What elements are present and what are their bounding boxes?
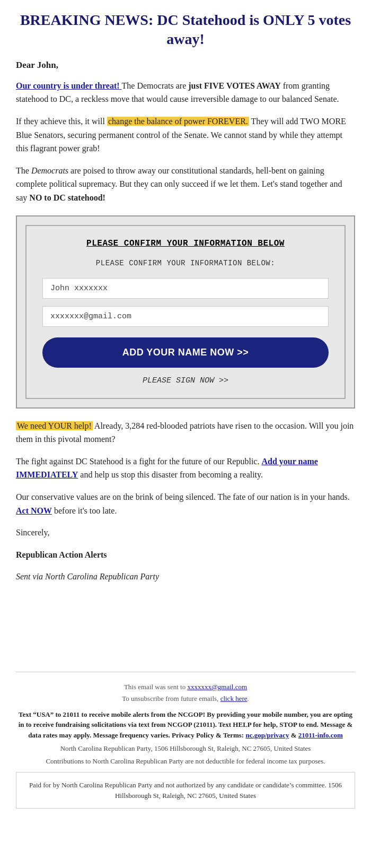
our-country-link[interactable]: Our country is under threat! [16,81,122,90]
footer-address: North Carolina Republican Party, 1506 Hi… [16,744,355,753]
form-header: PLEASE CONFIRM YOUR INFORMATION BELOW [42,239,329,248]
paragraph-1: Our country is under threat! The Democra… [16,79,355,106]
footer-contributions: Contributions to North Carolina Republic… [16,757,355,766]
footer-email-link[interactable]: xxxxxxx@gmail.com [187,683,247,691]
add-name-button[interactable]: ADD YOUR NAME NOW >> [42,337,329,368]
para4-highlight: We need YOUR help! [16,421,93,430]
form-outer-box: PLEASE CONFIRM YOUR INFORMATION BELOW PL… [16,215,355,409]
para6-before: Our conservative values are on the brink… [16,492,350,501]
para3-before-italic: The [16,166,31,175]
email-input[interactable] [42,306,329,327]
privacy-link[interactable]: nc.gop/privacy [245,731,289,739]
sent-via: Sent via North Carolina Republican Party [16,570,355,584]
act-now-link[interactable]: Act NOW [16,506,52,515]
terms-link[interactable]: 21011-info.com [298,731,343,739]
para5-before: The fight against DC Statehood is a figh… [16,457,261,466]
headline-rest: DC Statehood is ONLY 5 votes away! [157,12,351,47]
footer-email-sent: This email was sent to xxxxxxx@gmail.com [16,683,355,691]
paragraph-2: If they achieve this, it will change the… [16,115,355,155]
form-inner-box: PLEASE CONFIRM YOUR INFORMATION BELOW PL… [25,225,346,399]
footer-unsubscribe: To unsubscribe from future emails, click… [16,695,355,703]
para3-italic: Democrats [31,166,68,175]
footer-paid-text: Paid for by North Carolina Republican Pa… [29,781,342,800]
footer-paid-box: Paid for by North Carolina Republican Pa… [16,772,355,809]
para3-bold-end: NO to DC statehood! [29,193,105,202]
para2-before: If they achieve this, it will [16,117,107,126]
form-subheader: PLEASE CONFIRM YOUR INFORMATION BELOW: [42,259,329,267]
sincerely: Sincerely, [16,526,355,540]
spacer [16,592,355,656]
paragraph-4: We need YOUR help! Already, 3,284 red-bl… [16,419,355,446]
sign-now-text: PLEASE SIGN NOW >> [42,376,329,385]
paragraph-5: The fight against DC Statehood is a figh… [16,455,355,482]
para2-highlight: change the balance of power FOREVER. [107,117,249,126]
para6-after: before it's too late. [52,506,117,515]
footer-section: This email was sent to xxxxxxx@gmail.com… [16,672,355,809]
para5-after: and help us stop this disaster from beco… [78,470,263,479]
paragraph-6: Our conservative values are on the brink… [16,490,355,517]
org-name: Republican Action Alerts [16,548,355,562]
salutation: Dear John, [16,60,355,71]
breaking-label: BREAKING NEWS: [20,12,153,28]
unsubscribe-link[interactable]: click here [220,695,248,702]
page-headline: BREAKING NEWS: DC Statehood is ONLY 5 vo… [16,11,355,49]
name-input[interactable] [42,278,329,299]
footer-sms-text: Text “USA” to 21011 to receive mobile al… [16,709,355,741]
paragraph-3: The Democrats are poised to throw away o… [16,164,355,205]
